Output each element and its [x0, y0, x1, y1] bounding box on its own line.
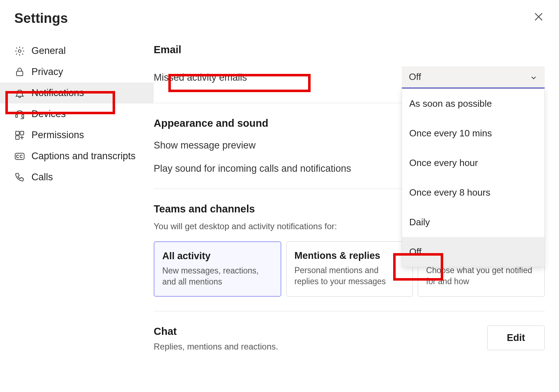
sidebar-item-label: Captions and transcripts [31, 151, 135, 162]
cc-icon [14, 151, 25, 162]
settings-sidebar: General Privacy Notifications Devices Pe [0, 37, 154, 364]
card-title: Mentions & replies [295, 250, 405, 261]
dropdown-option-daily[interactable]: Daily [402, 207, 544, 237]
svg-point-0 [18, 50, 21, 52]
dropdown-option-10min[interactable]: Once every 10 mins [402, 119, 544, 148]
chevron-down-icon [530, 73, 538, 81]
sidebar-item-notifications[interactable]: Notifications [0, 82, 154, 104]
chat-edit-button[interactable]: Edit [487, 326, 545, 350]
sidebar-item-label: Notifications [31, 87, 84, 99]
dropdown-option-8hours[interactable]: Once every 8 hours [402, 178, 544, 207]
card-mentions-replies[interactable]: Mentions & replies Personal mentions and… [286, 241, 413, 297]
card-desc: New messages, reactions, and all mention… [162, 265, 273, 287]
sidebar-item-label: Permissions [31, 130, 84, 141]
phone-icon [14, 172, 25, 183]
dropdown-selected-value: Off [409, 71, 421, 82]
sidebar-item-privacy[interactable]: Privacy [0, 61, 154, 82]
dropdown-menu: As soon as possible Once every 10 mins O… [402, 89, 545, 267]
svg-rect-2 [16, 115, 18, 117]
sidebar-item-permissions[interactable]: Permissions [0, 125, 154, 146]
headset-icon [14, 109, 25, 120]
close-icon [533, 18, 545, 24]
svg-rect-6 [16, 136, 19, 139]
dropdown-option-off[interactable]: Off [402, 237, 544, 267]
show-preview-label: Show message preview [154, 140, 256, 151]
dropdown-option-hour[interactable]: Once every hour [402, 148, 544, 178]
dropdown-option-asap[interactable]: As soon as possible [402, 89, 544, 119]
divider [154, 311, 545, 311]
svg-rect-1 [16, 71, 23, 76]
lock-icon [14, 67, 25, 77]
section-heading-email: Email [154, 44, 545, 56]
gear-icon [14, 46, 25, 56]
dropdown-trigger[interactable]: Off [402, 66, 545, 89]
svg-rect-3 [22, 115, 24, 117]
card-desc: Choose what you get notified for and how [426, 265, 536, 287]
sidebar-item-label: General [31, 45, 66, 56]
sidebar-item-label: Privacy [31, 66, 63, 77]
page-title: Settings [0, 0, 559, 37]
play-sound-label: Play sound for incoming calls and notifi… [154, 163, 351, 174]
sidebar-item-devices[interactable]: Devices [0, 104, 154, 125]
sidebar-item-label: Devices [31, 109, 66, 120]
card-desc: Personal mentions and replies to your me… [295, 265, 405, 287]
apps-icon [14, 130, 25, 141]
sidebar-item-calls[interactable]: Calls [0, 167, 154, 188]
missed-activity-label: Missed activity emails [154, 72, 247, 83]
svg-rect-5 [20, 131, 24, 135]
close-button[interactable] [533, 11, 545, 23]
card-title: All activity [162, 251, 273, 262]
section-heading-chat: Chat [154, 326, 278, 337]
card-all-activity[interactable]: All activity New messages, reactions, an… [154, 241, 281, 297]
settings-main: Email Missed activity emails Off As soon… [154, 37, 545, 364]
svg-rect-4 [16, 131, 19, 135]
chat-subtitle: Replies, mentions and reactions. [154, 342, 278, 352]
sidebar-item-general[interactable]: General [0, 40, 154, 61]
sidebar-item-captions[interactable]: Captions and transcripts [0, 146, 154, 167]
sidebar-item-label: Calls [31, 172, 53, 183]
missed-activity-dropdown[interactable]: Off As soon as possible Once every 10 mi… [402, 66, 545, 89]
bell-icon [14, 88, 25, 99]
